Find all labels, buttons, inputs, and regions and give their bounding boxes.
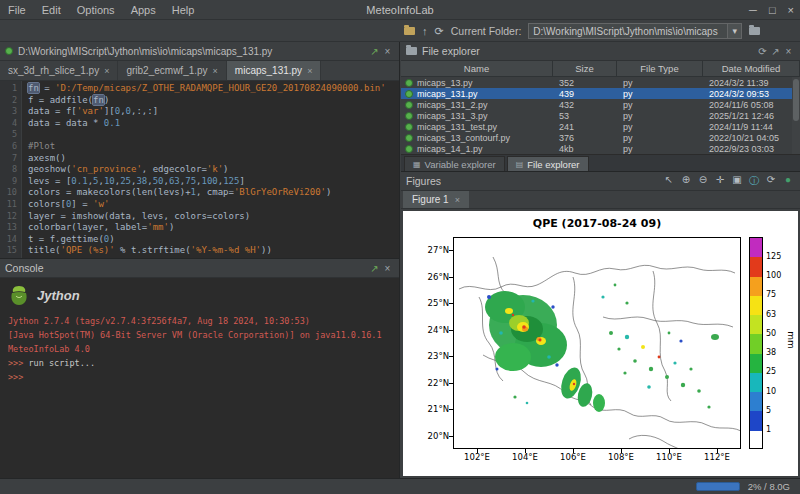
colorbar-label: 25 <box>766 367 790 376</box>
column-header-date-modified[interactable]: Date Modified <box>703 61 800 76</box>
tab-figure-1[interactable]: Figure 1 × <box>403 191 469 208</box>
float-icon[interactable]: ↗ <box>368 263 381 274</box>
file-size: 53 <box>553 111 617 121</box>
browse-folder-icon[interactable] <box>749 27 760 35</box>
chevron-down-icon[interactable]: ▾ <box>727 24 741 38</box>
menu-edit[interactable]: Edit <box>34 4 69 16</box>
file-type: py <box>617 133 703 143</box>
file-type: py <box>617 144 703 154</box>
tab-file-explorer[interactable]: ▤File explorer <box>507 156 589 171</box>
menu-file[interactable]: File <box>0 4 34 16</box>
file-row[interactable]: micaps_14_1.py4kbpy2022/9/23 03:03 <box>401 143 800 154</box>
close-icon[interactable]: × <box>104 66 109 76</box>
column-header-name[interactable]: Name <box>401 61 553 76</box>
figure-tab-label: Figure 1 <box>412 194 449 205</box>
zoom-in-icon[interactable]: ⊕ <box>679 174 693 188</box>
globe-icon[interactable]: ● <box>781 174 795 188</box>
minimize-button[interactable]: ─ <box>749 4 757 16</box>
figure-canvas[interactable]: QPE (2017-08-24 09) <box>403 211 798 476</box>
line-number: 15 <box>0 245 17 257</box>
colorbar-segment <box>750 257 762 276</box>
pan-icon[interactable]: ✛ <box>713 174 727 188</box>
editor-tab[interactable]: grib2_ecmwf_1.py× <box>118 61 226 80</box>
refresh-icon[interactable]: ⟳ <box>756 46 769 57</box>
y-tick-label: 27°N <box>419 245 449 255</box>
close-icon[interactable]: × <box>381 46 394 57</box>
line-number: 2 <box>0 95 17 107</box>
line-number: 12 <box>0 211 17 223</box>
file-date: 2024/3/2 11:39 <box>703 78 800 88</box>
colorbar-label: 125 <box>766 252 790 261</box>
jython-logo-row: Jython <box>8 284 391 308</box>
line-number: 13 <box>0 222 17 234</box>
console-body[interactable]: Jython Jython 2.7.4 (tags/v2.7.4:3f256f4… <box>0 278 399 478</box>
float-icon[interactable]: ↗ <box>368 46 381 57</box>
float-icon[interactable]: ↗ <box>769 46 782 57</box>
tick-mark <box>449 356 453 357</box>
close-icon[interactable]: × <box>455 195 460 205</box>
editor-header-icons: ↗× <box>368 46 394 57</box>
file-name-cell: micaps_131_test.py <box>401 122 553 132</box>
file-table: NameSizeFile TypeDate Modified micaps_13… <box>401 61 800 154</box>
column-header-size[interactable]: Size <box>553 61 617 76</box>
colorbar <box>749 237 763 449</box>
tick-mark <box>449 383 453 384</box>
tab-label: File explorer <box>527 159 579 170</box>
status-bar: 2% / 8.0G <box>0 478 800 494</box>
refresh-icon[interactable]: ⟳ <box>435 25 444 38</box>
open-folder-icon[interactable] <box>404 27 415 35</box>
menu-help[interactable]: Help <box>164 4 203 16</box>
tab-variable-explorer[interactable]: ▦Variable explorer <box>404 156 505 171</box>
file-name: micaps_131_2.py <box>417 100 488 110</box>
full-extent-icon[interactable]: ▣ <box>730 174 744 188</box>
menu-options[interactable]: Options <box>69 4 123 16</box>
current-folder-combobox[interactable]: D:\Working\MIScript\Jython\mis\io\micaps… <box>528 23 742 39</box>
close-icon[interactable]: × <box>307 66 312 76</box>
code-line: colorbar(layer, label='mm') <box>28 222 399 234</box>
x-tick-label: 106°E <box>553 452 593 462</box>
python-file-icon <box>405 145 413 153</box>
tab-label: micaps_131.py <box>235 65 302 76</box>
rotate-icon[interactable]: ⟳ <box>764 174 778 188</box>
colorbar-segment <box>750 296 762 315</box>
figure-tab-bar: Figure 1 × <box>401 191 800 209</box>
close-icon[interactable]: × <box>381 263 394 274</box>
tick-mark <box>449 303 453 304</box>
maximize-button[interactable]: □ <box>769 4 776 16</box>
file-type: py <box>617 89 703 99</box>
editor-tab[interactable]: sx_3d_rh_slice_1.py× <box>0 61 118 80</box>
plot-title: QPE (2017-08-24 09) <box>453 217 741 230</box>
y-tick-label: 26°N <box>419 272 449 282</box>
editor-tab[interactable]: micaps_131.py× <box>227 61 322 80</box>
file-name: micaps_13_contourf.py <box>417 133 510 143</box>
x-tick-label: 110°E <box>649 452 689 462</box>
up-one-level-icon[interactable]: ↑ <box>422 25 428 37</box>
code-line: #Plot <box>28 141 399 153</box>
file-type: py <box>617 122 703 132</box>
editor-file-path: D:\Working\MIScript\Jython\mis\io\micaps… <box>18 46 363 57</box>
column-header-file-type[interactable]: File Type <box>617 61 703 76</box>
python-file-icon <box>405 90 413 98</box>
file-row[interactable]: micaps_131_test.py241py2024/11/9 11:44 <box>401 121 800 132</box>
figures-header: Figures ↖⊕⊖✛▣ⓘ⟳● <box>401 172 800 191</box>
scrollbar-thumb[interactable] <box>793 79 799 121</box>
file-row[interactable]: micaps_131.py439py2024/3/2 09:53 <box>401 88 800 99</box>
code-editor[interactable]: 123456789101112131415 fn = 'D:/Temp/mica… <box>0 81 399 258</box>
zoom-out-icon[interactable]: ⊖ <box>696 174 710 188</box>
close-icon[interactable]: × <box>782 46 795 57</box>
file-row[interactable]: micaps_131_2.py432py2024/11/6 05:08 <box>401 99 800 110</box>
menu-apps[interactable]: Apps <box>123 4 164 16</box>
close-button[interactable]: × <box>788 4 794 16</box>
file-row[interactable]: micaps_13.py352py2024/3/2 11:39 <box>401 77 800 88</box>
file-date: 2024/11/6 05:08 <box>703 100 800 110</box>
file-size: 376 <box>553 133 617 143</box>
close-icon[interactable]: × <box>213 66 218 76</box>
console-title: Console <box>5 262 363 274</box>
file-row[interactable]: micaps_13_contourf.py376py2022/10/21 04:… <box>401 132 800 143</box>
file-row[interactable]: micaps_131_3.py53py2025/1/21 12:46 <box>401 110 800 121</box>
select-arrow-icon[interactable]: ↖ <box>662 174 676 188</box>
colorbar-label: 75 <box>766 290 790 299</box>
identify-icon[interactable]: ⓘ <box>747 174 761 188</box>
scrollbar[interactable] <box>792 77 800 154</box>
code-line: colors = makecolors(len(levs)+1, cmap='B… <box>28 187 399 199</box>
